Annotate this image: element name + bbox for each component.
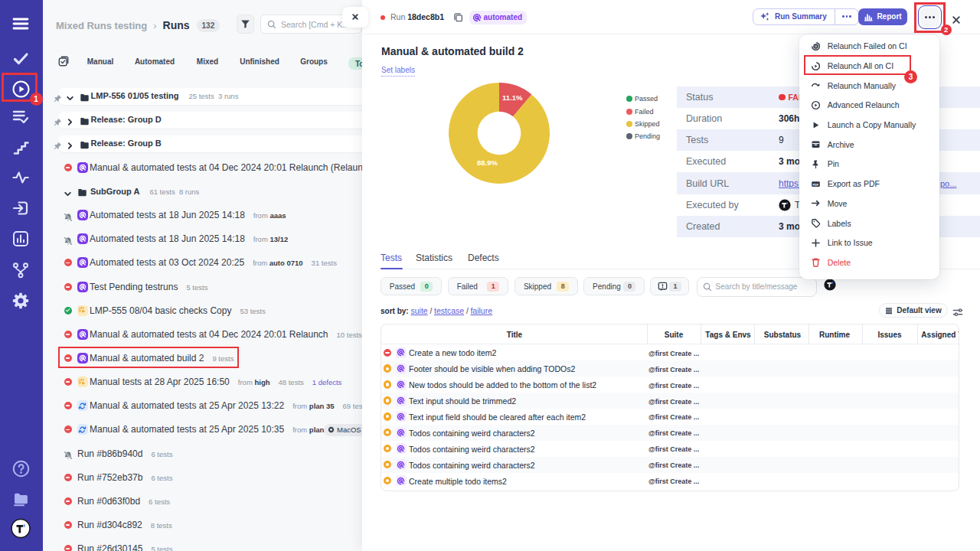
svg-text:PDF: PDF [812, 183, 818, 186]
svg-text:11.1%: 11.1% [502, 93, 523, 101]
svg-text:88.9%: 88.9% [477, 158, 498, 167]
